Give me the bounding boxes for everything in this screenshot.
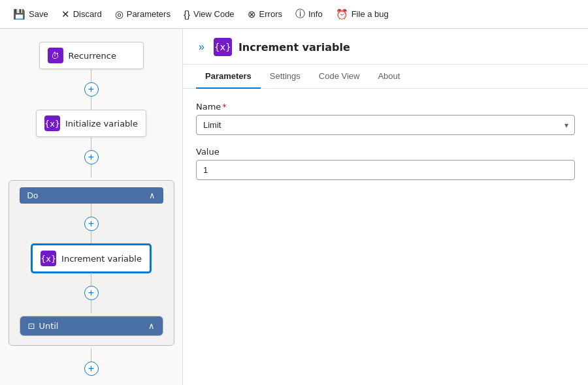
- canvas-panel: ⏱ Recurrence + {x} Initialize variable +: [0, 29, 183, 385]
- flow-container: ⏱ Recurrence + {x} Initialize variable +: [0, 42, 182, 376]
- info-label: Info: [308, 9, 323, 19]
- connector-line: [91, 137, 91, 150]
- discard-icon: ✕: [61, 8, 70, 20]
- name-select-wrapper: Limit ▾: [196, 115, 575, 135]
- panel-content: Name* Limit ▾ Value: [183, 89, 588, 205]
- parameters-label: Parameters: [127, 9, 171, 19]
- value-label: Value: [196, 147, 575, 157]
- add-after-recurrence-button[interactable]: +: [84, 82, 99, 97]
- panel-header: » {x} Increment variable: [183, 29, 588, 65]
- until-icon: ⊡: [28, 321, 35, 331]
- discard-label: Discard: [73, 9, 102, 19]
- connector-2: +: [84, 137, 99, 177]
- connector-line: [91, 204, 91, 217]
- errors-button[interactable]: ⊗ Errors: [242, 6, 287, 23]
- panel-title: Increment variable: [238, 41, 350, 54]
- save-icon: 💾: [13, 8, 25, 20]
- parameters-button[interactable]: ◎ Parameters: [110, 6, 176, 23]
- connector-line: [91, 164, 91, 177]
- increment-variable-node[interactable]: {x} Increment variable: [31, 244, 151, 273]
- connector-do-bottom: +: [84, 273, 99, 313]
- initialize-variable-node[interactable]: {x} Initialize variable: [36, 110, 146, 137]
- recurrence-node[interactable]: ⏱ Recurrence: [39, 42, 144, 69]
- collapse-icon: ∧: [149, 191, 155, 200]
- panel-title-icon: {x}: [214, 38, 232, 56]
- name-field-group: Name* Limit ▾: [196, 102, 575, 135]
- name-label: Name*: [196, 102, 575, 112]
- errors-icon: ⊗: [248, 8, 256, 20]
- tab-settings[interactable]: Settings: [261, 65, 310, 89]
- value-field-group: Value: [196, 147, 575, 180]
- do-loop-container: Do ∧ + {x} Increment variable +: [8, 180, 174, 346]
- discard-button[interactable]: ✕ Discard: [56, 6, 107, 23]
- connector-1: +: [84, 69, 99, 110]
- add-after-init-button[interactable]: +: [84, 150, 99, 164]
- initialize-variable-icon: {x}: [44, 116, 60, 131]
- name-required: *: [222, 102, 227, 112]
- connector-do-top: +: [84, 204, 99, 244]
- save-label: Save: [29, 9, 48, 19]
- tab-about[interactable]: About: [368, 65, 409, 89]
- parameters-icon: ◎: [115, 8, 123, 20]
- until-container: ⊡ Until ∧: [20, 316, 163, 336]
- panel-expand-button[interactable]: »: [196, 41, 207, 53]
- initialize-variable-label: Initialize variable: [65, 119, 138, 129]
- view-code-label: View Code: [193, 9, 235, 19]
- increment-variable-icon: {x}: [41, 251, 56, 266]
- recurrence-icon: ⏱: [48, 48, 63, 63]
- do-loop-header[interactable]: Do ∧: [20, 187, 163, 204]
- do-label: Do: [27, 191, 39, 200]
- connector-line: [91, 97, 91, 110]
- connector-line: [91, 231, 91, 244]
- info-button[interactable]: ⓘ Info: [290, 5, 328, 23]
- file-a-bug-label: File a bug: [351, 9, 389, 19]
- toolbar: 💾 Save ✕ Discard ◎ Parameters {} View Co…: [0, 0, 588, 29]
- errors-label: Errors: [259, 9, 282, 19]
- tab-code-view[interactable]: Code View: [310, 65, 369, 89]
- add-after-increment-button[interactable]: +: [84, 286, 99, 300]
- add-inside-do-button[interactable]: +: [84, 217, 99, 231]
- name-select[interactable]: Limit: [196, 115, 575, 135]
- info-icon: ⓘ: [295, 8, 305, 20]
- connector-line: [91, 300, 91, 313]
- main-layout: ⏱ Recurrence + {x} Initialize variable +: [0, 29, 588, 385]
- detail-panel: » {x} Increment variable Parameters Sett…: [183, 29, 588, 385]
- tab-parameters[interactable]: Parameters: [196, 65, 261, 89]
- until-collapse-icon: ∧: [148, 321, 155, 331]
- increment-variable-label: Increment variable: [61, 254, 142, 264]
- connector-line: [91, 273, 91, 286]
- connector-line: [91, 69, 91, 82]
- until-header[interactable]: ⊡ Until ∧: [20, 316, 163, 335]
- until-label: Until: [39, 321, 58, 331]
- add-after-do-button[interactable]: +: [84, 362, 99, 376]
- view-code-button[interactable]: {} View Code: [178, 6, 240, 22]
- panel-tabs: Parameters Settings Code View About: [183, 65, 588, 89]
- file-a-bug-button[interactable]: ⏰ File a bug: [331, 6, 394, 23]
- value-input[interactable]: [196, 160, 575, 180]
- recurrence-label: Recurrence: [69, 51, 116, 61]
- code-icon: {}: [184, 8, 190, 20]
- connector-bottom: +: [84, 348, 99, 376]
- bug-icon: ⏰: [336, 8, 348, 20]
- save-button[interactable]: 💾 Save: [8, 6, 54, 23]
- connector-line: [91, 348, 91, 362]
